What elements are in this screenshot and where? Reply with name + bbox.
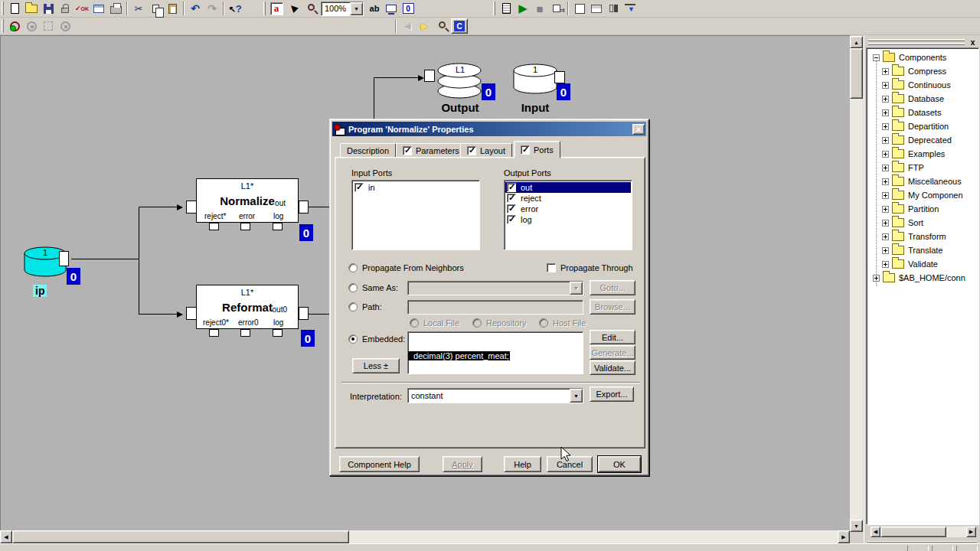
scroll-down-button[interactable]: ▼: [850, 520, 863, 532]
normalize-log-port[interactable]: [273, 223, 283, 230]
expand-icon[interactable]: [882, 151, 889, 158]
tab-checkbox[interactable]: [403, 146, 412, 155]
ip-out-port[interactable]: [59, 251, 69, 266]
expand-icon[interactable]: [882, 137, 889, 144]
tree-scroll-right-button[interactable]: ▶: [966, 527, 976, 537]
embedded-option[interactable]: Embedded:: [348, 334, 405, 344]
tree-item-label[interactable]: FTP: [908, 163, 924, 172]
tree-item-ab-home[interactable]: $AB_HOME/conn: [867, 271, 965, 285]
scroll-right-button[interactable]: ▶: [838, 530, 850, 543]
find-next-button[interactable]: [433, 18, 449, 34]
output-ports-list[interactable]: out reject error log: [504, 180, 632, 250]
tree-item-deprecated[interactable]: Deprecated: [867, 133, 952, 147]
expand-icon[interactable]: [882, 109, 889, 116]
normalize-error-port[interactable]: [240, 223, 250, 230]
tab-layout[interactable]: Layout: [460, 143, 512, 158]
dialog-titlebar[interactable]: Program 'Normalize' Properties: [332, 122, 646, 136]
tree-item-label[interactable]: Validate: [908, 259, 938, 269]
port-checkbox[interactable]: [507, 194, 516, 203]
tree-item-departition[interactable]: Departition: [867, 119, 949, 133]
tree-item-components[interactable]: Components: [867, 51, 946, 64]
browse-button[interactable]: Browse...: [590, 299, 635, 315]
tree-item-ftp[interactable]: FTP: [867, 161, 924, 174]
tree-scroll-left-button[interactable]: ◀: [871, 527, 880, 537]
edit-button[interactable]: Edit...: [590, 330, 635, 344]
run-button[interactable]: ▶: [514, 1, 531, 16]
checkout-button[interactable]: [57, 1, 74, 16]
toolbar-grip[interactable]: [263, 2, 266, 15]
run-component-button[interactable]: ⇉: [548, 1, 565, 16]
tree-item-label[interactable]: Components: [899, 53, 946, 62]
ok-button[interactable]: OK: [598, 456, 641, 472]
radio-button[interactable]: [472, 318, 482, 328]
tab-checkbox[interactable]: [467, 146, 476, 155]
reformat-out-port[interactable]: [299, 307, 309, 320]
normalize-reject-port[interactable]: [209, 223, 219, 230]
tree-item-examples[interactable]: Examples: [867, 147, 945, 161]
stop-button[interactable]: ■: [531, 1, 548, 16]
expand-icon[interactable]: [882, 68, 889, 75]
expand-icon[interactable]: [882, 206, 889, 213]
redo-button[interactable]: ↷: [204, 1, 220, 16]
canvas-horizontal-scrollbar[interactable]: ◀ ▶: [0, 530, 850, 543]
local-file-option[interactable]: Local File: [410, 318, 459, 328]
expand-icon[interactable]: [882, 82, 889, 89]
auto-layout-button[interactable]: ▼: [622, 1, 639, 16]
layout-editor-button[interactable]: [588, 1, 605, 16]
tree-item-label[interactable]: Translate: [908, 246, 942, 255]
interpretation-combo-arrow[interactable]: [570, 389, 583, 403]
tree-item-partition[interactable]: Partition: [867, 202, 939, 216]
radio-button[interactable]: [348, 302, 358, 311]
radio-button[interactable]: [539, 318, 548, 328]
port-row-error[interactable]: error: [505, 204, 631, 214]
open-button[interactable]: [23, 1, 40, 16]
debug-breakpoint-button[interactable]: [23, 18, 40, 34]
undo-button[interactable]: ↶: [187, 1, 204, 16]
tree-item-miscellaneous[interactable]: Miscellaneous: [867, 174, 962, 188]
normalize-record-count-badge[interactable]: 0: [299, 224, 313, 241]
path-option[interactable]: Path:: [348, 302, 382, 311]
tree-item-label[interactable]: My Componen: [908, 191, 963, 200]
propagate-from-neighbors-option[interactable]: Propagate From Neighbors: [348, 263, 464, 272]
new-component-button[interactable]: [571, 1, 588, 16]
goto-button[interactable]: Goto...: [590, 280, 635, 295]
tree-item-label[interactable]: $AB_HOME/conn: [899, 273, 965, 282]
expand-icon[interactable]: [882, 247, 889, 254]
help-button[interactable]: Help: [504, 456, 541, 472]
port-row-in[interactable]: in: [353, 182, 479, 193]
scroll-left-button[interactable]: ◀: [0, 530, 12, 543]
propagate-through-option[interactable]: Propagate Through: [547, 263, 633, 272]
ports-view-button[interactable]: [605, 1, 622, 16]
tree-item-label[interactable]: Examples: [908, 149, 945, 158]
export-button[interactable]: Export...: [590, 386, 634, 402]
expand-icon[interactable]: [882, 123, 889, 130]
component-help-button[interactable]: Component Help: [339, 456, 420, 472]
print-button[interactable]: [107, 1, 124, 16]
select-pointer-button[interactable]: ▶: [285, 1, 302, 16]
tree-item-transform[interactable]: Transform: [867, 230, 946, 243]
navigate-forward-button[interactable]: ▶: [416, 18, 433, 34]
port-row-log[interactable]: log: [505, 214, 631, 225]
vertical-scroll-thumb[interactable]: [850, 48, 863, 99]
ip-record-count-badge[interactable]: 0: [67, 268, 80, 285]
run-settings-button[interactable]: a: [268, 1, 285, 16]
input-ports-list[interactable]: in: [351, 180, 480, 250]
debug-watch-button[interactable]: [40, 18, 57, 34]
toolbar-grip[interactable]: [2, 19, 4, 33]
expand-icon[interactable]: [873, 275, 880, 282]
input-file-out-port[interactable]: [554, 71, 565, 83]
run-table-button[interactable]: [90, 1, 107, 16]
normalize-out-port[interactable]: [299, 201, 309, 214]
save-button[interactable]: [40, 1, 57, 16]
port-checkbox[interactable]: [507, 183, 516, 192]
tree-scroll-thumb[interactable]: [880, 527, 946, 537]
tree-item-label[interactable]: Datasets: [908, 108, 941, 117]
monitor-button[interactable]: [383, 1, 400, 16]
radio-button[interactable]: [410, 318, 419, 328]
toolbar-grip[interactable]: [493, 2, 495, 15]
tree-item-label[interactable]: Partition: [908, 204, 939, 214]
collapse-icon[interactable]: [873, 54, 880, 61]
panel-drag-handle[interactable]: [868, 39, 965, 41]
panel-drag-handle[interactable]: [868, 43, 965, 45]
watcher-button[interactable]: 0: [400, 1, 416, 16]
